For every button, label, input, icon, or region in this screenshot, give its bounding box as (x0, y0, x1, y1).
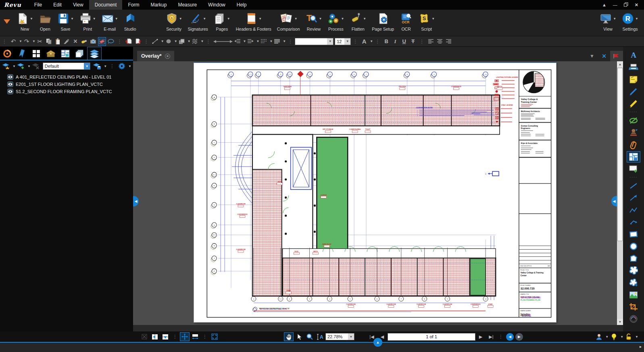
ocr-button[interactable]: OCR OCR (397, 10, 415, 31)
tab-bookmarks[interactable] (15, 48, 29, 60)
capture-tool-button[interactable] (627, 313, 640, 325)
cloud-plus-markup-button[interactable] (627, 277, 640, 288)
collapse-right-panel-handle[interactable]: ◀ (611, 196, 617, 206)
settings-dropdown-caret[interactable]: ▼ (635, 17, 638, 21)
layer-row[interactable]: A 401_REFLECTED CEILING PLAN - LEVEL 01 (7, 73, 133, 81)
collapse-ribbon-icon[interactable]: ▲ (602, 2, 606, 7)
paste-button[interactable] (54, 37, 62, 46)
menu-help[interactable]: Help (231, 0, 252, 10)
layers-settings-caret[interactable]: ▼ (128, 65, 131, 68)
process-button[interactable]: ▼ Process (325, 10, 347, 31)
create-view-button[interactable] (627, 163, 640, 175)
line-tool-caret[interactable]: ▼ (161, 40, 164, 43)
delete-button[interactable]: ✕ (71, 37, 79, 46)
restore-icon[interactable] (624, 2, 628, 8)
dimension-markup-button[interactable] (627, 217, 640, 228)
process-dropdown-caret[interactable]: ▼ (341, 17, 344, 21)
flatten-button[interactable]: ▼ Flatten (347, 10, 369, 31)
last-page-button[interactable]: ▶| (486, 332, 496, 341)
stamp-tool-button[interactable] (627, 127, 640, 138)
menu-markup[interactable]: Markup (145, 0, 172, 10)
copy-button[interactable] (45, 37, 53, 46)
paragraph-button[interactable] (273, 37, 281, 46)
comparison-button[interactable]: ▼ Comparison (274, 10, 303, 31)
document-security-caret[interactable]: ▼ (635, 335, 638, 339)
layer-row[interactable]: S1.2_SECOND FLOOR FRAMING PLAN_VCTC (7, 88, 133, 95)
view-button[interactable]: ▼ View (597, 10, 619, 31)
menu-document[interactable]: Document (89, 0, 123, 10)
hatch-tool-button[interactable] (191, 37, 199, 46)
document-tab-overlay[interactable]: Overlay* ✕ (137, 51, 174, 61)
pen-tool-button[interactable] (627, 86, 640, 97)
font-family-combo[interactable]: ▼ (295, 38, 333, 45)
fit-width-button[interactable] (190, 332, 200, 341)
view-dropdown-caret[interactable]: ▼ (613, 17, 616, 21)
align-center-button[interactable] (436, 37, 444, 46)
flatten-dropdown-caret[interactable]: ▼ (363, 17, 366, 21)
close-document-icon[interactable]: ✕ (598, 53, 610, 59)
save-layers-button[interactable] (93, 62, 101, 71)
line-markup-button[interactable] (627, 180, 640, 192)
strikethrough-button[interactable]: T (409, 37, 417, 46)
hatch-tool-caret[interactable]: ▼ (201, 40, 204, 43)
arrow-markup-button[interactable] (627, 192, 640, 204)
email-dropdown-caret[interactable]: ▼ (115, 17, 118, 21)
layer-visibility-icon[interactable] (7, 74, 13, 80)
font-color-caret[interactable]: ▼ (370, 40, 373, 43)
review-button[interactable]: T ▼ Review (302, 10, 325, 31)
line-tool-button[interactable] (151, 37, 159, 46)
headers-footers-button[interactable]: ▼ Headers & Footers (233, 10, 274, 31)
markup-annotation[interactable]: 1 (485, 171, 499, 176)
shape-tool-button[interactable] (165, 37, 173, 46)
font-color-button[interactable]: A (360, 37, 368, 46)
new-layer-caret[interactable]: ▼ (27, 65, 31, 68)
select-tool-button[interactable] (294, 332, 304, 341)
align-left-button[interactable] (427, 37, 435, 46)
snapshot-button[interactable] (89, 37, 97, 46)
rectangle-markup-button[interactable] (627, 229, 640, 240)
pan-tool-button[interactable] (284, 332, 294, 341)
import-markups-button[interactable] (125, 37, 133, 46)
email-button[interactable]: ▼ E-mail (99, 10, 121, 31)
indent-right-button[interactable] (246, 37, 254, 46)
signatures-button[interactable]: ▼ Signatures (185, 10, 211, 31)
polyline-markup-button[interactable] (627, 204, 640, 216)
attachment-tool-button[interactable] (627, 139, 640, 150)
bold-button[interactable]: B (382, 37, 390, 46)
script-button[interactable]: S ▼ Script (415, 10, 438, 31)
cloud-markup-button[interactable] (627, 265, 640, 276)
markup-list-toggle-button[interactable] (610, 51, 623, 61)
open-button[interactable]: Open (36, 10, 54, 31)
undo-button[interactable]: ↶ (9, 37, 17, 46)
pages-button[interactable]: ▼ Pages (211, 10, 233, 31)
tab-sets[interactable] (73, 48, 87, 60)
indent-right-caret[interactable]: ▼ (256, 40, 259, 43)
paragraph-caret[interactable]: ▼ (283, 40, 286, 43)
group-tool-button[interactable] (178, 37, 186, 46)
tab-list-dropdown-icon[interactable]: ▼ (586, 53, 598, 59)
format-painter-button[interactable] (63, 37, 71, 46)
tab-measurements[interactable] (58, 48, 73, 60)
layers-settings-button[interactable] (118, 62, 126, 71)
security-button[interactable]: b ▼ Security (163, 10, 185, 31)
zoom-level-combo[interactable]: 22.78%▼ (325, 333, 354, 340)
menu-form[interactable]: Form (122, 0, 145, 10)
vertical-scrollbar[interactable]: ▲ ▼ (617, 61, 623, 325)
align-right-button[interactable] (444, 37, 452, 46)
tips-caret[interactable]: ▼ (620, 335, 623, 339)
next-page-button[interactable]: ▶ (476, 332, 486, 341)
redo-button[interactable]: ↷ (23, 37, 31, 46)
document-security-button[interactable] (624, 332, 634, 341)
canvas[interactable]: LIGHTING FIXTURE LEGEND HVAC (133, 61, 623, 325)
note-tool-button[interactable] (627, 74, 640, 85)
layer-profile-combo[interactable]: Default▼ (43, 62, 90, 70)
add-layer-caret[interactable]: ▼ (13, 65, 16, 68)
select-text-button[interactable]: A (315, 332, 325, 341)
list-button[interactable] (260, 37, 268, 46)
bottom-resize-icon[interactable]: ▸ (640, 344, 642, 349)
tab-thumbnails[interactable] (29, 48, 44, 60)
sync-views-button[interactable] (140, 332, 149, 341)
menu-edit[interactable]: Edit (48, 0, 67, 10)
tips-button[interactable] (609, 332, 619, 341)
minimize-icon[interactable]: — (613, 2, 617, 7)
